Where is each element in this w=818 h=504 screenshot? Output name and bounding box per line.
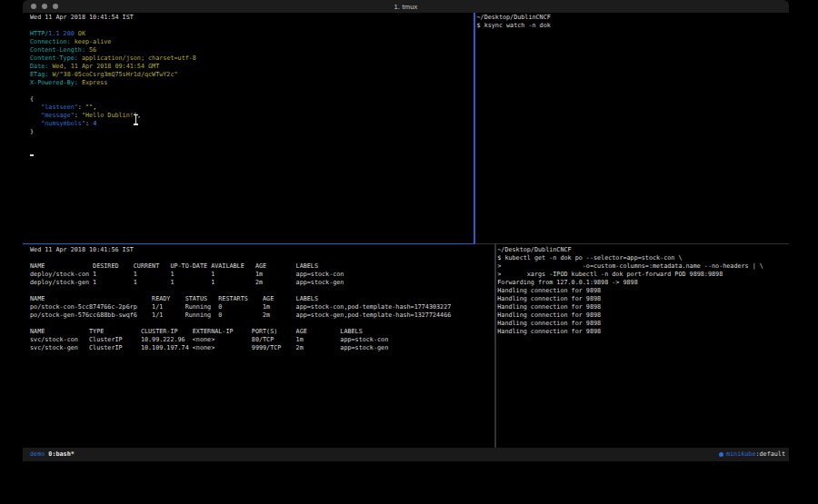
- tmux-status-bar: demo 0:bash* minikube :default: [23, 448, 789, 461]
- terminal-line: Wed 11 Apr 2018 10:41:54 IST: [30, 14, 196, 22]
- terminal-line: "numsymbols": 4: [30, 120, 196, 128]
- minimize-button[interactable]: [42, 4, 48, 10]
- terminal-line: Content-Type: application/json; charset=…: [30, 54, 196, 63]
- terminal-line: po/stock-gen-576cc688bb-swqf6 1/1 Runnin…: [30, 311, 451, 320]
- terminal-line: Handling connection for 9898: [497, 311, 763, 320]
- terminal-line: ~/Desktop/DublinCNCF: [477, 14, 551, 22]
- terminal-line: {: [30, 95, 196, 104]
- close-button[interactable]: [31, 4, 37, 10]
- ibeam-pointer-icon: [133, 114, 139, 125]
- terminal-line: ~/Desktop/DublinCNCF: [497, 246, 763, 254]
- terminal-line: Content-Length: 56: [30, 46, 196, 54]
- terminal-line: Wed 11 Apr 2018 10:41:56 IST: [30, 246, 451, 254]
- terminal-line: po/stock-con-5cc874766c-2p6rp 1/1 Runnin…: [30, 303, 451, 311]
- terminal-line: svc/stock-gen ClusterIP 10.109.197.74 <n…: [30, 344, 451, 352]
- terminal-line: [30, 287, 451, 295]
- pane-divider-horizontal-right[interactable]: [475, 243, 790, 245]
- status-left: demo 0:bash*: [30, 448, 75, 461]
- window-tab[interactable]: 0:bash*: [48, 450, 74, 458]
- terminal-line: > xargs -IPOD kubectl -n dok port-forwar…: [497, 271, 763, 279]
- kubernetes-icon: [719, 452, 724, 458]
- terminal-line: NAME TYPE CLUSTER-IP EXTERNAL-IP PORT(S)…: [30, 328, 451, 336]
- terminal-line: [30, 87, 196, 95]
- terminal-line: [30, 320, 451, 328]
- terminal-line: Forwarding from 127.0.0.1:9898 -> 9898: [497, 279, 763, 287]
- session-name: demo: [30, 450, 48, 458]
- terminal-line: > -o=custom-columns=:metadata.name --no-…: [497, 262, 763, 271]
- terminal-line: }: [30, 128, 196, 136]
- terminal-line: Handling connection for 9898: [497, 303, 763, 311]
- pane-bottom-right[interactable]: ~/Desktop/DublinCNCF$ kubectl get -n dok…: [497, 246, 763, 336]
- terminal-window: 1. tmux Wed 11 Apr 2018 10:41:54 IST HTT…: [23, 0, 789, 461]
- terminal-line: Handling connection for 9898: [497, 287, 763, 295]
- terminal-line: $ kubectl get -n dok po --selector=app=s…: [497, 254, 763, 262]
- terminal-line: $ ksync watch -n dok: [477, 22, 551, 30]
- terminal-line: deploy/stock-con 1 1 1 1 1m app=stock-co…: [30, 271, 451, 279]
- zoom-button[interactable]: [53, 4, 59, 10]
- terminal-line: "lastseen": "",: [30, 104, 196, 112]
- terminal-line: HTTP/1.1 200 OK: [30, 30, 196, 38]
- terminal-line: deploy/stock-gen 1 1 1 1 2m app=stock-ge…: [30, 279, 451, 287]
- pane-divider-vertical-bottom[interactable]: [494, 244, 496, 448]
- terminal-line: Handling connection for 9898: [497, 320, 763, 328]
- terminal-line: NAME READY STATUS RESTARTS AGE LABELS: [30, 295, 451, 303]
- pane-bottom-left[interactable]: Wed 11 Apr 2018 10:41:56 IST NAME DESIRE…: [30, 246, 451, 352]
- kube-namespace: :default: [755, 448, 785, 461]
- terminal-line: svc/stock-con ClusterIP 10.99.222.96 <no…: [30, 336, 451, 344]
- pane-top-right[interactable]: ~/Desktop/DublinCNCF$ ksync watch -n dok: [477, 14, 551, 30]
- pane-divider-vertical-top[interactable]: [474, 13, 475, 244]
- terminal-line: [30, 22, 196, 30]
- pane-divider-horizontal-left[interactable]: [23, 243, 475, 245]
- terminal-line: Connection: keep-alive: [30, 38, 196, 46]
- terminal-line: "message": "Hello Dublin!",: [30, 112, 196, 120]
- window-title: 1. tmux: [394, 3, 418, 11]
- terminal-line: [30, 254, 451, 262]
- window-title-bar[interactable]: 1. tmux: [23, 0, 789, 13]
- terminal-line: NAME DESIRED CURRENT UP-TO-DATE AVAILABL…: [30, 262, 451, 271]
- terminal-line: Handling connection for 9898: [497, 295, 763, 303]
- kube-context: minikube: [726, 448, 756, 461]
- kube-status: minikube :default: [719, 448, 785, 461]
- terminal-line: X-Powered-By: Express: [30, 79, 196, 87]
- terminal-line: ETag: W/"38-05coCsrg3mQ75sHr1d/qcWTwY2c": [30, 71, 196, 79]
- terminal-cursor: [30, 154, 34, 156]
- pane-top-left[interactable]: Wed 11 Apr 2018 10:41:54 IST HTTP/1.1 20…: [30, 14, 196, 136]
- terminal-line: Date: Wed, 11 Apr 2018 09:41:54 GMT: [30, 63, 196, 71]
- terminal-line: Handling connection for 9898: [497, 328, 763, 336]
